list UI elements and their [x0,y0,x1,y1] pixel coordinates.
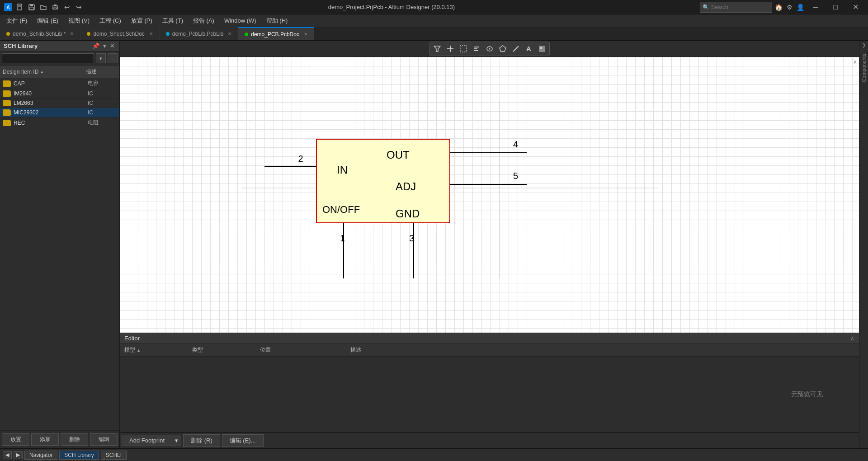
settings-icon[interactable]: ⚙ [785,3,794,12]
right-panel-collapse-icon[interactable]: ❯ [860,41,868,49]
close-button[interactable]: ✕ [846,0,864,14]
add-footprint-dropdown-button[interactable]: ▾ [172,435,181,446]
svg-text:2: 2 [298,154,303,164]
ellipse-button[interactable] [483,43,496,55]
menu-help[interactable]: 帮助 (H) [262,16,292,26]
right-panel-label[interactable]: Components [861,54,867,82]
col-header-design-item-id[interactable]: Design Item ID ▲ [0,67,83,76]
item-desc-im2940: IC [88,90,119,97]
search-dropdown-button[interactable]: ▾ [96,53,106,63]
tab-dot-pcb [245,33,248,36]
panel-controls: 📌 ▾ ✕ [91,42,116,49]
list-item[interactable]: LM2663 IC [0,99,119,108]
add-wire-button[interactable] [444,43,457,55]
add-footprint-group: Add Footprint ▾ [122,435,181,446]
editor-col-label-location: 位置 [260,347,271,353]
delete-button[interactable]: 删除 [61,433,88,446]
save-icon[interactable] [27,3,36,12]
menu-view[interactable]: 视图 (V) [64,16,94,26]
nav-prev-button[interactable]: ◀ [3,451,12,459]
edit-footprint-button[interactable]: 编辑 (E)... [222,434,264,447]
svg-rect-9 [54,5,57,6]
menu-file[interactable]: 文件 (F) [2,16,32,26]
place-button[interactable]: 放置 [2,433,29,446]
item-icon-lm2663 [0,100,14,106]
item-desc-rec: 电阻 [88,119,119,127]
line-button[interactable] [509,43,522,55]
redo-icon[interactable]: ↪ [74,3,83,12]
list-item[interactable]: REC 电阻 [0,118,119,128]
nav-tab-schli[interactable]: SCHLI [101,451,127,460]
panel-pin-icon[interactable]: 📌 [91,42,100,49]
filter-button[interactable] [431,43,443,55]
tab-close-pcblib[interactable]: ✕ [228,31,231,36]
item-desc-cap: 电容 [88,80,119,87]
undo-icon[interactable]: ↩ [62,3,71,12]
editor-table-header: 模型 ▲ 类型 位置 描述 [120,344,859,357]
editor-col-label-type: 类型 [192,347,203,353]
delete-footprint-button[interactable]: 删除 (R) [183,434,220,447]
panel-buttons: 放置 添加 删除 编辑 [0,430,119,448]
tab-schdoc[interactable]: demo_Sheet.SchDoc ✕ [80,27,159,40]
tab-pcb[interactable]: demo_PCB.PcbDoc ✕ [238,27,314,40]
add-footprint-button[interactable]: Add Footprint [122,435,172,446]
list-item[interactable]: CAP 电容 [0,78,119,89]
svg-rect-23 [540,47,542,49]
nav-tab-navigator[interactable]: Navigator [24,451,57,460]
menu-reports[interactable]: 报告 (A) [189,16,219,26]
nav-next-button[interactable]: ▶ [14,451,23,459]
editor-col-label-desc: 描述 [350,347,361,353]
editor-col-header-desc[interactable]: 描述 [346,345,859,355]
rectangle-button[interactable] [457,43,470,55]
schematic-canvas[interactable]: 2 4 5 1 3 IN ON/OFF OUT [120,57,859,333]
list-item-selected[interactable]: MIC29302 IC [0,108,119,118]
menu-tools[interactable]: 工具 (T) [158,16,188,26]
editor-col-header-location[interactable]: 位置 [255,345,346,355]
add-button[interactable]: 添加 [31,433,59,446]
menu-project[interactable]: 工程 (C) [95,16,126,26]
tab-label-pcblib: demo_PcbLib.PcbLib [172,31,223,37]
editor-col-header-type[interactable]: 类型 [188,345,255,355]
toolbar: A [120,41,859,57]
tab-pcblib[interactable]: demo_PcbLib.PcbLib ✕ [160,27,238,40]
home-icon[interactable]: 🏠 [774,3,783,12]
edit-button[interactable]: 编辑 [90,433,118,446]
panel-dropdown-icon[interactable]: ▾ [102,42,107,49]
svg-line-21 [513,46,519,52]
editor-collapse-icon[interactable]: ∧ [850,335,854,342]
tab-close-schlib[interactable]: ✕ [70,31,74,36]
svg-rect-15 [474,47,479,47]
lib-search-input[interactable] [2,53,94,63]
polygon-button[interactable] [496,43,509,55]
tab-label-schlib: demo_Schlib.SchLib * [13,31,66,37]
tab-schlib[interactable]: demo_Schlib.SchLib * ✕ [0,27,80,40]
svg-text:GND: GND [396,207,420,220]
search-input[interactable] [700,2,772,13]
text-button[interactable]: A [523,43,535,55]
tab-close-schdoc[interactable]: ✕ [149,31,153,36]
menu-edit[interactable]: 编辑 (E) [33,16,63,26]
print-icon[interactable] [51,3,60,12]
menu-window[interactable]: Window (W) [220,16,261,25]
panel-close-icon[interactable]: ✕ [109,42,116,49]
window-title: demo_Project.PrjPcb - Altium Designer (2… [83,4,700,10]
list-item[interactable]: IM2940 IC [0,89,119,99]
maximize-button[interactable]: □ [826,0,844,14]
tab-dot-schlib [6,32,10,36]
svg-text:5: 5 [513,171,518,181]
align-button[interactable] [470,43,483,55]
open-icon[interactable] [39,3,48,12]
tab-close-pcb[interactable]: ✕ [304,32,307,37]
minimize-button[interactable]: ─ [807,0,825,14]
editor-col-header-model[interactable]: 模型 ▲ [120,345,188,355]
search-more-button[interactable]: … [108,53,118,63]
item-desc-lm2663: IC [88,100,119,106]
menu-place[interactable]: 放置 (P) [127,16,157,26]
editor-col-sort-model: ▲ [137,348,141,353]
fill-button[interactable] [536,43,548,55]
profile-icon[interactable]: 👤 [796,3,805,12]
nav-tab-schlib[interactable]: SCH Library [59,451,99,460]
canvas-collapse-icon[interactable]: ∧ [853,59,857,65]
new-icon[interactable] [15,3,24,12]
col-header-desc[interactable]: 描述 [83,67,119,76]
